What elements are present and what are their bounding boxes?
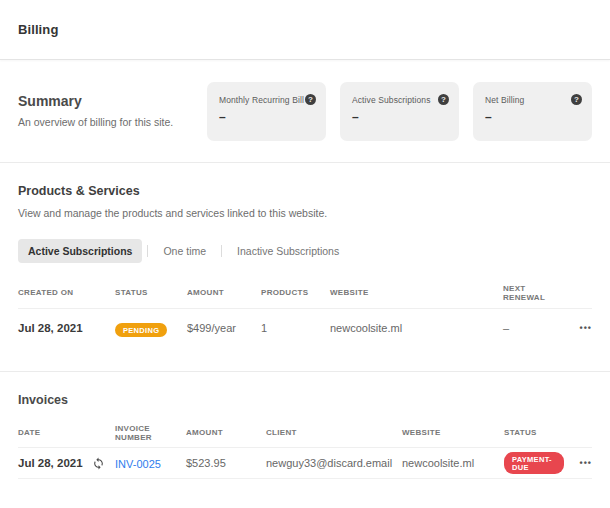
stat-label: Net Billing bbox=[485, 94, 524, 105]
invoice-amount-value: $523.95 bbox=[186, 457, 266, 469]
invoice-website-value: newcoolsite.ml bbox=[402, 457, 504, 469]
invoices-section: Invoices Date Invoice Number Amount Clie… bbox=[0, 372, 610, 479]
invoice-row: Jul 28, 2021 INV-0025 $523.95 newguy33@d… bbox=[18, 448, 592, 479]
col-client: Client bbox=[266, 428, 402, 437]
invoices-table: Date Invoice Number Amount Client Websit… bbox=[18, 418, 592, 479]
stat-value: – bbox=[485, 110, 582, 124]
tab-one-time[interactable]: One time bbox=[153, 239, 216, 263]
col-amount: Amount bbox=[186, 428, 266, 437]
invoice-date-value: Jul 28, 2021 bbox=[18, 457, 83, 469]
help-icon[interactable]: ? bbox=[438, 94, 449, 105]
status-badge-payment-due: PAYMENT-DUE bbox=[504, 452, 564, 474]
col-date: Date bbox=[18, 428, 115, 437]
tab-inactive-subscriptions[interactable]: Inactive Subscriptions bbox=[227, 239, 349, 263]
row-overflow-menu-icon[interactable]: ••• bbox=[580, 456, 592, 470]
summary-subtitle: An overview of billing for this site. bbox=[18, 116, 196, 128]
stat-card-net-billing: Net Billing ? – bbox=[473, 82, 592, 141]
col-status: Status bbox=[504, 428, 564, 437]
products-services-section: Products & Services View and manage the … bbox=[0, 163, 610, 372]
products-services-heading: Products & Services bbox=[18, 184, 592, 198]
col-invoice-number: Invoice Number bbox=[115, 424, 186, 442]
page-header: Billing bbox=[0, 0, 610, 60]
invoice-number-link[interactable]: INV-0025 bbox=[115, 458, 161, 470]
col-status: Status bbox=[115, 288, 187, 297]
col-products: Products bbox=[261, 288, 330, 297]
subscriptions-table-header: Created On Status Amount Products Websit… bbox=[18, 277, 592, 309]
stat-card-monthly-recurring-bill: Monthly Recurring Bill ? – bbox=[207, 82, 326, 141]
amount-value: $499/year bbox=[187, 322, 261, 334]
subscription-tabs: Active Subscriptions One time Inactive S… bbox=[18, 239, 592, 263]
tab-divider bbox=[221, 245, 222, 257]
subscriptions-table: Created On Status Amount Products Websit… bbox=[18, 277, 592, 347]
help-icon[interactable]: ? bbox=[305, 94, 316, 105]
stat-label: Monthly Recurring Bill bbox=[219, 94, 304, 105]
col-next-renewal: Next Renewal bbox=[503, 284, 555, 302]
tab-divider bbox=[147, 245, 148, 257]
invoice-status-cell: PAYMENT-DUE bbox=[504, 452, 564, 474]
help-icon[interactable]: ? bbox=[571, 94, 582, 105]
summary-section: Summary An overview of billing for this … bbox=[0, 60, 610, 163]
invoice-number-cell: INV-0025 bbox=[115, 454, 186, 472]
summary-text: Summary An overview of billing for this … bbox=[18, 60, 196, 162]
recurring-refresh-icon[interactable] bbox=[92, 457, 105, 470]
stat-label: Active Subscriptions bbox=[352, 94, 431, 105]
summary-cards: Monthly Recurring Bill ? – Active Subscr… bbox=[207, 60, 592, 162]
stat-card-active-subscriptions: Active Subscriptions ? – bbox=[340, 82, 459, 141]
summary-heading: Summary bbox=[18, 93, 196, 109]
invoices-heading: Invoices bbox=[18, 393, 592, 407]
col-created-on: Created On bbox=[18, 288, 115, 297]
created-on-value: Jul 28, 2021 bbox=[18, 322, 115, 334]
next-renewal-value: – bbox=[503, 322, 555, 334]
status-badge-pending: PENDING bbox=[115, 323, 167, 338]
col-website: Website bbox=[330, 288, 503, 297]
subscription-row: Jul 28, 2021 PENDING $499/year 1 newcool… bbox=[18, 309, 592, 347]
stat-value: – bbox=[219, 110, 316, 124]
col-website: Website bbox=[402, 428, 504, 437]
website-value: newcoolsite.ml bbox=[330, 322, 503, 334]
date-cell: Jul 28, 2021 bbox=[18, 457, 115, 470]
status-cell: PENDING bbox=[115, 319, 187, 338]
col-amount: Amount bbox=[187, 288, 261, 297]
invoices-table-header: Date Invoice Number Amount Client Websit… bbox=[18, 418, 592, 448]
page-title: Billing bbox=[18, 22, 58, 37]
invoice-client-value: newguy33@discard.email bbox=[266, 457, 402, 469]
row-overflow-menu-icon[interactable]: ••• bbox=[580, 321, 592, 335]
stat-value: – bbox=[352, 110, 449, 124]
tab-active-subscriptions[interactable]: Active Subscriptions bbox=[18, 239, 142, 263]
products-count-value: 1 bbox=[261, 322, 330, 334]
products-services-subtitle: View and manage the products and service… bbox=[18, 207, 592, 219]
